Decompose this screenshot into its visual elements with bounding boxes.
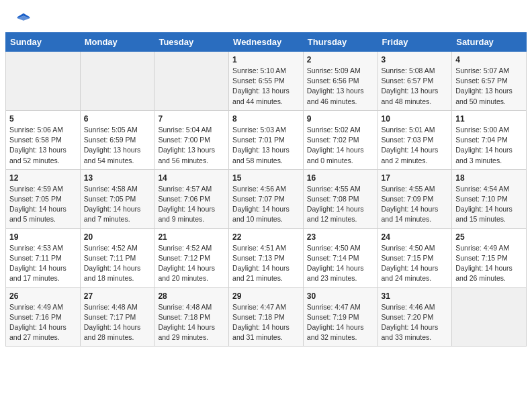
day-number: 22: [232, 232, 300, 242]
calendar-cell: 24Sunrise: 4:50 AM Sunset: 7:15 PM Dayli…: [378, 228, 452, 287]
calendar-week-2: 5Sunrise: 5:06 AM Sunset: 6:58 PM Daylig…: [6, 110, 527, 169]
calendar-cell: 30Sunrise: 4:47 AM Sunset: 7:19 PM Dayli…: [303, 287, 378, 347]
weekday-header-saturday: Saturday: [452, 33, 527, 52]
day-info: Sunrise: 5:08 AM Sunset: 6:57 PM Dayligh…: [382, 66, 449, 107]
day-info: Sunrise: 5:05 AM Sunset: 6:59 PM Dayligh…: [84, 125, 151, 166]
day-number: 23: [307, 232, 374, 242]
calendar-week-5: 26Sunrise: 4:49 AM Sunset: 7:16 PM Dayli…: [6, 287, 527, 347]
calendar-cell: 18Sunrise: 4:54 AM Sunset: 7:10 PM Dayli…: [452, 169, 527, 228]
logo: [16, 12, 35, 27]
calendar-cell: 26Sunrise: 4:49 AM Sunset: 7:16 PM Dayli…: [6, 287, 81, 347]
day-info: Sunrise: 4:53 AM Sunset: 7:11 PM Dayligh…: [9, 243, 77, 284]
calendar-header: SundayMondayTuesdayWednesdayThursdayFrid…: [6, 33, 527, 52]
day-number: 2: [307, 55, 374, 64]
day-number: 27: [84, 291, 151, 301]
day-info: Sunrise: 4:48 AM Sunset: 7:18 PM Dayligh…: [158, 302, 225, 343]
day-number: 9: [307, 114, 374, 124]
calendar-week-4: 19Sunrise: 4:53 AM Sunset: 7:11 PM Dayli…: [6, 228, 527, 287]
day-info: Sunrise: 5:04 AM Sunset: 7:00 PM Dayligh…: [158, 125, 225, 166]
day-info: Sunrise: 5:09 AM Sunset: 6:56 PM Dayligh…: [307, 66, 374, 107]
calendar-cell: 11Sunrise: 5:00 AM Sunset: 7:04 PM Dayli…: [452, 110, 527, 169]
page-header: [0, 0, 532, 32]
calendar-cell: 14Sunrise: 4:57 AM Sunset: 7:06 PM Dayli…: [154, 169, 229, 228]
day-info: Sunrise: 4:50 AM Sunset: 7:15 PM Dayligh…: [382, 243, 449, 284]
day-number: 26: [9, 291, 77, 301]
day-number: 28: [158, 291, 225, 301]
calendar-cell: 31Sunrise: 4:46 AM Sunset: 7:20 PM Dayli…: [378, 287, 452, 347]
day-number: 1: [232, 55, 300, 64]
day-number: 20: [84, 232, 151, 242]
calendar-cell: 21Sunrise: 4:52 AM Sunset: 7:12 PM Dayli…: [154, 228, 229, 287]
calendar-cell: 16Sunrise: 4:55 AM Sunset: 7:08 PM Dayli…: [303, 169, 378, 228]
day-info: Sunrise: 5:01 AM Sunset: 7:03 PM Dayligh…: [382, 125, 449, 166]
day-number: 14: [158, 173, 225, 183]
day-info: Sunrise: 4:49 AM Sunset: 7:16 PM Dayligh…: [9, 302, 77, 343]
calendar-cell: 10Sunrise: 5:01 AM Sunset: 7:03 PM Dayli…: [378, 110, 452, 169]
weekday-header-tuesday: Tuesday: [154, 33, 229, 52]
day-info: Sunrise: 5:06 AM Sunset: 6:58 PM Dayligh…: [9, 125, 77, 166]
day-info: Sunrise: 4:56 AM Sunset: 7:07 PM Dayligh…: [232, 184, 300, 225]
day-number: 11: [455, 114, 523, 124]
logo-icon: [16, 12, 31, 27]
day-info: Sunrise: 5:02 AM Sunset: 7:02 PM Dayligh…: [307, 125, 374, 166]
day-info: Sunrise: 4:55 AM Sunset: 7:08 PM Dayligh…: [307, 184, 374, 225]
day-number: 21: [158, 232, 225, 242]
calendar-cell: 15Sunrise: 4:56 AM Sunset: 7:07 PM Dayli…: [229, 169, 304, 228]
day-number: 15: [232, 173, 300, 183]
day-info: Sunrise: 4:54 AM Sunset: 7:10 PM Dayligh…: [455, 184, 523, 225]
day-number: 19: [9, 232, 77, 242]
calendar-week-1: 1Sunrise: 5:10 AM Sunset: 6:55 PM Daylig…: [6, 52, 527, 111]
calendar-cell: 20Sunrise: 4:52 AM Sunset: 7:11 PM Dayli…: [80, 228, 154, 287]
calendar-cell: 5Sunrise: 5:06 AM Sunset: 6:58 PM Daylig…: [6, 110, 81, 169]
calendar-cell: 1Sunrise: 5:10 AM Sunset: 6:55 PM Daylig…: [229, 52, 304, 111]
calendar-cell: 8Sunrise: 5:03 AM Sunset: 7:01 PM Daylig…: [229, 110, 304, 169]
day-number: 7: [158, 114, 225, 124]
day-number: 5: [9, 114, 77, 124]
day-info: Sunrise: 5:10 AM Sunset: 6:55 PM Dayligh…: [232, 66, 300, 107]
weekday-header-thursday: Thursday: [303, 33, 378, 52]
day-number: 10: [382, 114, 449, 124]
day-info: Sunrise: 4:46 AM Sunset: 7:20 PM Dayligh…: [382, 302, 449, 343]
day-number: 12: [9, 173, 77, 183]
calendar-cell: 17Sunrise: 4:55 AM Sunset: 7:09 PM Dayli…: [378, 169, 452, 228]
day-info: Sunrise: 5:00 AM Sunset: 7:04 PM Dayligh…: [455, 125, 523, 166]
day-info: Sunrise: 4:55 AM Sunset: 7:09 PM Dayligh…: [382, 184, 449, 225]
calendar-table: SundayMondayTuesdayWednesdayThursdayFrid…: [5, 32, 527, 347]
weekday-header-wednesday: Wednesday: [229, 33, 304, 52]
calendar-cell: [80, 52, 154, 111]
day-number: 18: [455, 173, 523, 183]
day-info: Sunrise: 4:51 AM Sunset: 7:13 PM Dayligh…: [232, 243, 300, 284]
day-info: Sunrise: 4:47 AM Sunset: 7:18 PM Dayligh…: [232, 302, 300, 343]
day-number: 4: [455, 55, 523, 64]
day-info: Sunrise: 5:07 AM Sunset: 6:57 PM Dayligh…: [455, 66, 523, 107]
day-number: 6: [84, 114, 151, 124]
calendar-cell: 19Sunrise: 4:53 AM Sunset: 7:11 PM Dayli…: [6, 228, 81, 287]
day-info: Sunrise: 5:03 AM Sunset: 7:01 PM Dayligh…: [232, 125, 300, 166]
calendar-cell: 9Sunrise: 5:02 AM Sunset: 7:02 PM Daylig…: [303, 110, 378, 169]
calendar-cell: 7Sunrise: 5:04 AM Sunset: 7:00 PM Daylig…: [154, 110, 229, 169]
calendar-cell: 6Sunrise: 5:05 AM Sunset: 6:59 PM Daylig…: [80, 110, 154, 169]
day-number: 16: [307, 173, 374, 183]
day-number: 3: [382, 55, 449, 64]
calendar-cell: 27Sunrise: 4:48 AM Sunset: 7:17 PM Dayli…: [80, 287, 154, 347]
day-number: 17: [382, 173, 449, 183]
calendar-cell: 4Sunrise: 5:07 AM Sunset: 6:57 PM Daylig…: [452, 52, 527, 111]
day-info: Sunrise: 4:50 AM Sunset: 7:14 PM Dayligh…: [307, 243, 374, 284]
calendar-cell: 28Sunrise: 4:48 AM Sunset: 7:18 PM Dayli…: [154, 287, 229, 347]
day-number: 31: [382, 291, 449, 301]
day-info: Sunrise: 4:57 AM Sunset: 7:06 PM Dayligh…: [158, 184, 225, 225]
day-info: Sunrise: 4:47 AM Sunset: 7:19 PM Dayligh…: [307, 302, 374, 343]
calendar-cell: [154, 52, 229, 111]
calendar-cell: 29Sunrise: 4:47 AM Sunset: 7:18 PM Dayli…: [229, 287, 304, 347]
weekday-row: SundayMondayTuesdayWednesdayThursdayFrid…: [6, 33, 527, 52]
day-number: 25: [455, 232, 523, 242]
calendar-cell: 12Sunrise: 4:59 AM Sunset: 7:05 PM Dayli…: [6, 169, 81, 228]
day-info: Sunrise: 4:49 AM Sunset: 7:15 PM Dayligh…: [455, 243, 523, 284]
day-info: Sunrise: 4:52 AM Sunset: 7:11 PM Dayligh…: [84, 243, 151, 284]
calendar-week-3: 12Sunrise: 4:59 AM Sunset: 7:05 PM Dayli…: [6, 169, 527, 228]
calendar-cell: 13Sunrise: 4:58 AM Sunset: 7:05 PM Dayli…: [80, 169, 154, 228]
weekday-header-sunday: Sunday: [6, 33, 81, 52]
weekday-header-friday: Friday: [378, 33, 452, 52]
day-number: 13: [84, 173, 151, 183]
day-number: 8: [232, 114, 300, 124]
